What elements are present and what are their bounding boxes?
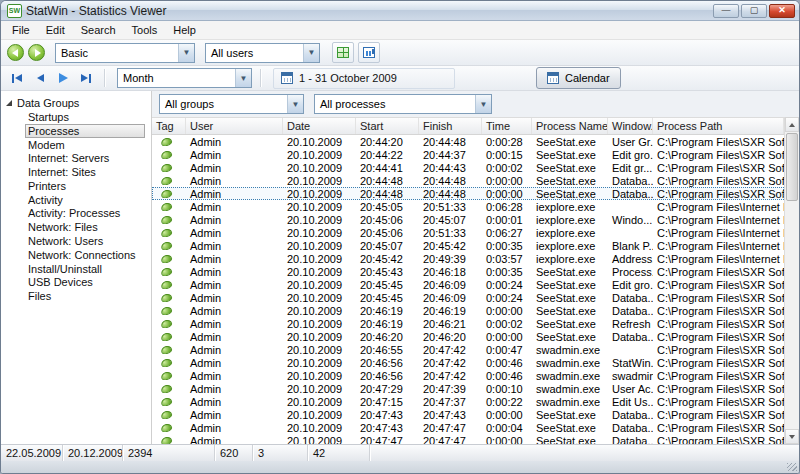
- column-header-tag[interactable]: Tag: [152, 118, 186, 134]
- table-row[interactable]: Admin20.10.200920:44:4820:44:480:00:00Se…: [152, 187, 784, 200]
- cell-user: Admin: [186, 435, 283, 445]
- table-row[interactable]: Admin20.10.200920:46:1920:46:190:00:00Se…: [152, 304, 784, 317]
- tree-item-processes[interactable]: Processes: [1, 124, 151, 138]
- process-filter-value: All processes: [315, 98, 475, 110]
- status-panel-3: 620: [215, 445, 253, 461]
- tree-item-printers[interactable]: Printers: [1, 179, 151, 193]
- cell-window: Blank P...: [608, 240, 653, 252]
- cell-window: swadmin: [608, 370, 653, 382]
- table-row[interactable]: Admin20.10.200920:44:2220:44:370:00:15Se…: [152, 148, 784, 161]
- cell-date: 20.10.2009: [283, 331, 356, 343]
- tree-item-install-uninstall[interactable]: Install/Uninstall: [1, 262, 151, 276]
- forward-button[interactable]: [28, 44, 45, 61]
- column-header-date[interactable]: Date: [283, 118, 356, 134]
- cell-finish: 20:46:09: [419, 279, 482, 291]
- tree-item-label: Install/Uninstall: [25, 262, 145, 276]
- tree-item-network-files[interactable]: Network: Files: [1, 220, 151, 234]
- cell-date: 20.10.2009: [283, 318, 356, 330]
- column-header-finish[interactable]: Finish: [419, 118, 482, 134]
- tree-item-usb-devices[interactable]: USB Devices: [1, 276, 151, 290]
- scroll-down-button[interactable]: [785, 429, 799, 444]
- tree-item-activity[interactable]: Activity: [1, 193, 151, 207]
- tree-item-label: Network: Users: [25, 234, 145, 248]
- calendar-button[interactable]: Calendar: [536, 67, 621, 89]
- menu-file[interactable]: File: [4, 22, 38, 38]
- date-range-label: 1 - 31 October 2009: [299, 72, 397, 84]
- last-period-button[interactable]: [76, 69, 96, 87]
- table-row[interactable]: Admin20.10.200920:46:2020:46:200:00:00Se…: [152, 330, 784, 343]
- tree-item-network-users[interactable]: Network: Users: [1, 234, 151, 248]
- column-header-process-name[interactable]: Process Name: [532, 118, 608, 134]
- vertical-scrollbar[interactable]: [784, 117, 799, 444]
- table-row[interactable]: Admin20.10.200920:45:4320:46:180:00:35Se…: [152, 265, 784, 278]
- tree-item-startups[interactable]: Startups: [1, 110, 151, 124]
- table-row[interactable]: Admin20.10.200920:47:4720:47:470:00:00Se…: [152, 434, 784, 444]
- period-combo[interactable]: Month ▼: [117, 68, 252, 88]
- maximize-button[interactable]: ▢: [741, 4, 767, 18]
- cell-user: Admin: [186, 214, 283, 226]
- cell-user: Admin: [186, 292, 283, 304]
- menu-help[interactable]: Help: [165, 22, 204, 38]
- minimize-button[interactable]: —: [713, 4, 739, 18]
- profile-combo[interactable]: Basic ▼: [55, 43, 195, 63]
- menu-tools[interactable]: Tools: [124, 22, 166, 38]
- table-row[interactable]: Admin20.10.200920:44:4820:44:480:00:00Se…: [152, 174, 784, 187]
- cell-process: SeeStat.exe: [532, 422, 608, 434]
- scroll-up-button[interactable]: [785, 117, 799, 132]
- table-row[interactable]: Admin20.10.200920:46:5520:47:420:00:47sw…: [152, 343, 784, 356]
- tree-item-modem[interactable]: Modem: [1, 138, 151, 152]
- cell-user: Admin: [186, 396, 283, 408]
- table-row[interactable]: Admin20.10.200920:45:4520:46:090:00:24Se…: [152, 278, 784, 291]
- table-row[interactable]: Admin20.10.200920:46:5620:47:420:00:46sw…: [152, 356, 784, 369]
- table-row[interactable]: Admin20.10.200920:47:4320:47:430:00:00Se…: [152, 408, 784, 421]
- users-combo[interactable]: All users ▼: [205, 43, 320, 63]
- scrollbar-thumb[interactable]: [786, 133, 798, 201]
- table-row[interactable]: Admin20.10.200920:47:4320:47:470:00:04Se…: [152, 421, 784, 434]
- cell-finish: 20:46:19: [419, 305, 482, 317]
- close-button[interactable]: ✕: [769, 4, 795, 18]
- tree-item-activity-processes[interactable]: Activity: Processes: [1, 207, 151, 221]
- table-row[interactable]: Admin20.10.200920:45:0720:45:420:00:35ie…: [152, 239, 784, 252]
- column-header-time[interactable]: Time: [482, 118, 532, 134]
- tree-item-internet-servers[interactable]: Internet: Servers: [1, 151, 151, 165]
- table-row[interactable]: Admin20.10.200920:45:4520:46:090:00:24Se…: [152, 291, 784, 304]
- back-button[interactable]: [7, 44, 24, 61]
- tag-icon: [160, 177, 173, 185]
- table-row[interactable]: Admin20.10.200920:47:2920:47:390:00:10sw…: [152, 382, 784, 395]
- process-filter-combo[interactable]: All processes ▼: [314, 94, 492, 114]
- table-row[interactable]: Admin20.10.200920:45:0520:51:330:06:28ie…: [152, 200, 784, 213]
- tree-item-internet-sites[interactable]: Internet: Sites: [1, 165, 151, 179]
- table-row[interactable]: Admin20.10.200920:46:1920:46:210:00:02Se…: [152, 317, 784, 330]
- first-period-button[interactable]: [7, 69, 27, 87]
- tree-item-files[interactable]: Files: [1, 289, 151, 303]
- next-period-button[interactable]: [53, 69, 73, 87]
- cell-start: 20:46:55: [356, 344, 419, 356]
- column-header-start[interactable]: Start: [356, 118, 419, 134]
- resize-grip[interactable]: [787, 463, 797, 471]
- table-row[interactable]: Admin20.10.200920:47:1520:47:370:00:22sw…: [152, 395, 784, 408]
- table-row[interactable]: Admin20.10.200920:45:0620:45:070:00:01ie…: [152, 213, 784, 226]
- menu-edit[interactable]: Edit: [38, 22, 73, 38]
- cell-start: 20:44:48: [356, 188, 419, 200]
- table-row[interactable]: Admin20.10.200920:44:2020:44:480:00:28Se…: [152, 135, 784, 148]
- table-row[interactable]: Admin20.10.200920:46:5620:47:420:00:46sw…: [152, 369, 784, 382]
- report-view-button[interactable]: [332, 42, 354, 63]
- previous-period-button[interactable]: [30, 69, 50, 87]
- cell-user: Admin: [186, 175, 283, 187]
- table-row[interactable]: Admin20.10.200920:44:4120:44:430:00:02Se…: [152, 161, 784, 174]
- tree-item-network-connections[interactable]: Network: Connections: [1, 248, 151, 262]
- chart-view-button[interactable]: [358, 42, 380, 63]
- column-header-user[interactable]: User: [186, 118, 283, 134]
- table-row[interactable]: Admin20.10.200920:45:4220:49:390:03:57ie…: [152, 252, 784, 265]
- cell-user: Admin: [186, 279, 283, 291]
- cell-tag: [152, 242, 186, 250]
- groups-filter-combo[interactable]: All groups ▼: [159, 94, 304, 114]
- menu-search[interactable]: Search: [73, 22, 124, 38]
- cell-time: 0:00:04: [482, 422, 532, 434]
- table-row[interactable]: Admin20.10.200920:45:0620:51:330:06:27ie…: [152, 226, 784, 239]
- cell-finish: 20:46:20: [419, 331, 482, 343]
- column-header-window[interactable]: Window...: [608, 118, 653, 134]
- column-header-process-path[interactable]: Process Path: [653, 118, 784, 134]
- scrollbar-track[interactable]: [785, 132, 799, 429]
- tree-root-data-groups[interactable]: Data Groups: [1, 96, 151, 110]
